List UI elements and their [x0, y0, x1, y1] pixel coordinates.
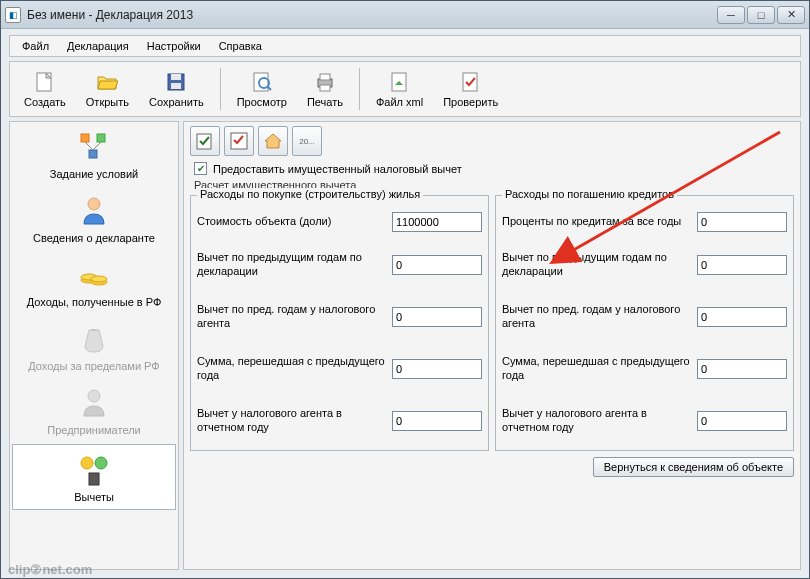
- prev-years-decl-label: Вычет по предыдущим годам по декларации: [197, 251, 386, 279]
- toolbar-separator: [359, 68, 360, 110]
- new-file-icon: [33, 70, 57, 94]
- businessman-icon: [77, 386, 111, 420]
- prev-years-agent-label: Вычет по пред. годам у налогового агента: [197, 303, 386, 331]
- svg-point-27: [88, 390, 100, 402]
- menubar: Файл Декларация Настройки Справка: [9, 35, 801, 57]
- purchase-group-title: Расходы по покупке (строительству) жилья: [197, 188, 423, 200]
- loan-agent-current-label: Вычет у налогового агента в отчетном год…: [502, 407, 691, 435]
- toolbar-open[interactable]: Открыть: [76, 68, 139, 110]
- toolbar-check[interactable]: Проверить: [433, 68, 508, 110]
- loan-prev-decl-label: Вычет по предыдущим годам по декларации: [502, 251, 691, 279]
- svg-marker-33: [265, 134, 281, 148]
- sidebar-item-label: Предприниматели: [47, 424, 140, 436]
- toolbar-create[interactable]: Создать: [14, 68, 76, 110]
- deduction-type-property-button[interactable]: [258, 126, 288, 156]
- sidebar-item-income-rf[interactable]: Доходы, полученные в РФ: [10, 250, 178, 314]
- content-pane: 20... ✔ Предоставить имущественный налог…: [183, 121, 801, 570]
- minimize-button[interactable]: ─: [717, 6, 745, 24]
- loan-prev-agent-input[interactable]: [697, 307, 787, 327]
- maximize-button[interactable]: □: [747, 6, 775, 24]
- deduction-type-standard-button[interactable]: [190, 126, 220, 156]
- print-icon: [313, 70, 337, 94]
- carryover-input[interactable]: [392, 359, 482, 379]
- prev-years-decl-input[interactable]: [392, 255, 482, 275]
- sidebar-item-deductions[interactable]: Вычеты: [12, 444, 176, 510]
- loan-interest-input[interactable]: [697, 212, 787, 232]
- section-sidebar: Задание условий Сведения о декларанте До…: [9, 121, 179, 570]
- svg-rect-15: [463, 73, 477, 91]
- window-title: Без имени - Декларация 2013: [27, 8, 193, 22]
- menu-declaration[interactable]: Декларация: [59, 38, 137, 54]
- deduction-type-social-button[interactable]: [224, 126, 254, 156]
- back-to-object-button[interactable]: Вернуться к сведениям об объекте: [593, 457, 794, 477]
- svg-rect-5: [171, 74, 181, 80]
- conditions-icon: [77, 130, 111, 164]
- provide-deduction-row: ✔ Предоставить имущественный налоговый в…: [194, 162, 794, 175]
- loan-prev-decl-input[interactable]: [697, 255, 787, 275]
- toolbar-separator: [220, 68, 221, 110]
- svg-line-20: [93, 142, 101, 150]
- object-cost-label: Стоимость объекта (доли): [197, 215, 386, 229]
- sidebar-item-label: Доходы за пределами РФ: [28, 360, 159, 372]
- app-window: ◧ Без имени - Декларация 2013 ─ □ ✕ Файл…: [0, 0, 810, 579]
- loan-carryover-label: Сумма, перешедшая с предыдущего года: [502, 355, 691, 383]
- titlebar: ◧ Без имени - Декларация 2013 ─ □ ✕: [1, 1, 809, 29]
- toolbar-preview[interactable]: Просмотр: [227, 68, 297, 110]
- loan-expenses-group: Расходы по погашению кредитов Проценты п…: [495, 195, 794, 451]
- sidebar-item-label: Задание условий: [50, 168, 138, 180]
- watermark: clip②net.com: [8, 562, 92, 577]
- sidebar-item-label: Доходы, полученные в РФ: [27, 296, 162, 308]
- deductions-icon: [77, 453, 111, 487]
- menu-file[interactable]: Файл: [14, 38, 57, 54]
- sidebar-item-declarant[interactable]: Сведения о декларанте: [10, 186, 178, 250]
- check-file-icon: [459, 70, 483, 94]
- app-icon: ◧: [5, 7, 21, 23]
- svg-point-28: [81, 457, 93, 469]
- agent-current-year-input[interactable]: [392, 411, 482, 431]
- sidebar-item-conditions[interactable]: Задание условий: [10, 122, 178, 186]
- preview-icon: [250, 70, 274, 94]
- page-hint-label: 20...: [299, 137, 315, 146]
- sidebar-item-income-foreign: Доходы за пределами РФ: [10, 314, 178, 378]
- object-cost-input[interactable]: [392, 212, 482, 232]
- deduction-type-toolbar: 20...: [190, 126, 794, 156]
- toolbar-print[interactable]: Печать: [297, 68, 353, 110]
- toolbar-save[interactable]: Сохранить: [139, 68, 214, 110]
- svg-point-25: [91, 276, 107, 282]
- loan-interest-label: Проценты по кредитам за все годы: [502, 215, 691, 229]
- provide-deduction-label: Предоставить имущественный налоговый выч…: [213, 163, 462, 175]
- svg-rect-17: [97, 134, 105, 142]
- coins-icon: [77, 258, 111, 292]
- toolbar-xml[interactable]: Файл xml: [366, 68, 433, 110]
- loan-group-title: Расходы по погашению кредитов: [502, 188, 677, 200]
- xml-file-icon: [388, 70, 412, 94]
- svg-rect-6: [171, 83, 181, 89]
- menu-settings[interactable]: Настройки: [139, 38, 209, 54]
- loan-prev-agent-label: Вычет по пред. годам у налогового агента: [502, 303, 691, 331]
- svg-rect-11: [320, 74, 330, 80]
- svg-line-19: [85, 142, 93, 150]
- provide-deduction-checkbox[interactable]: ✔: [194, 162, 207, 175]
- svg-rect-16: [81, 134, 89, 142]
- sidebar-item-entrepreneur: Предприниматели: [10, 378, 178, 442]
- loan-carryover-input[interactable]: [697, 359, 787, 379]
- prev-years-agent-input[interactable]: [392, 307, 482, 327]
- save-icon: [164, 70, 188, 94]
- carryover-label: Сумма, перешедшая с предыдущего года: [197, 355, 386, 383]
- svg-rect-12: [320, 85, 330, 91]
- agent-current-year-label: Вычет у налогового агента в отчетном год…: [197, 407, 386, 435]
- svg-marker-3: [98, 81, 118, 89]
- purchase-expenses-group: Расходы по покупке (строительству) жилья…: [190, 195, 489, 451]
- sidebar-item-label: Вычеты: [74, 491, 114, 503]
- loan-agent-current-input[interactable]: [697, 411, 787, 431]
- svg-point-21: [88, 198, 100, 210]
- svg-point-29: [95, 457, 107, 469]
- deduction-type-page-button[interactable]: 20...: [292, 126, 322, 156]
- close-button[interactable]: ✕: [777, 6, 805, 24]
- sidebar-item-label: Сведения о декларанте: [33, 232, 155, 244]
- svg-rect-30: [89, 473, 99, 485]
- menu-help[interactable]: Справка: [211, 38, 270, 54]
- main-toolbar: Создать Открыть Сохранить Просмотр Печа: [9, 61, 801, 117]
- folder-open-icon: [95, 70, 119, 94]
- person-icon: [77, 194, 111, 228]
